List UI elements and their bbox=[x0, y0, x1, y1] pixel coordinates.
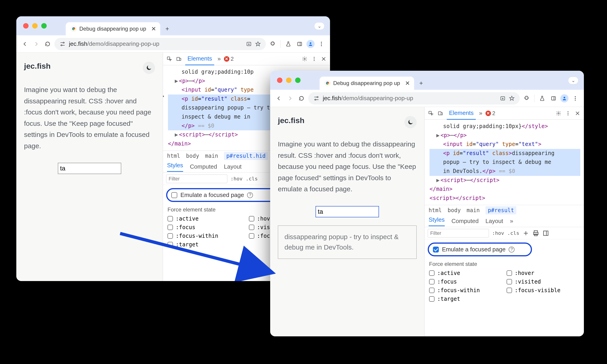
layout-tab[interactable]: Layout bbox=[224, 163, 242, 170]
crumb-body[interactable]: body bbox=[448, 207, 461, 213]
state-target[interactable]: :target bbox=[168, 241, 244, 248]
state-hover[interactable]: :hover bbox=[507, 270, 580, 276]
device-icon[interactable] bbox=[437, 110, 444, 117]
labs-icon[interactable] bbox=[538, 94, 547, 103]
menu-icon[interactable] bbox=[571, 94, 580, 103]
state-focus[interactable]: :focus bbox=[429, 279, 502, 285]
minimize-window-icon[interactable] bbox=[286, 78, 292, 83]
emulate-checkbox[interactable] bbox=[171, 192, 177, 198]
dom-tree[interactable]: solid gray;padding:10px}</style> ▶<p>⋯</… bbox=[425, 120, 584, 205]
minimize-window-icon[interactable] bbox=[32, 23, 38, 28]
reload-button[interactable] bbox=[297, 94, 306, 103]
elements-tab[interactable]: Elements bbox=[185, 53, 214, 65]
bookmark-icon[interactable] bbox=[255, 41, 261, 47]
hov-toggle[interactable]: :hov bbox=[492, 230, 504, 236]
labs-icon[interactable] bbox=[284, 39, 293, 49]
state-active[interactable]: :active bbox=[429, 270, 502, 276]
close-devtools-icon[interactable] bbox=[574, 110, 581, 117]
query-input[interactable] bbox=[315, 206, 379, 217]
new-tab-button[interactable]: + bbox=[163, 25, 171, 33]
crumb-html[interactable]: html bbox=[429, 207, 442, 213]
computed-tab[interactable]: Computed bbox=[190, 163, 217, 170]
gear-icon[interactable] bbox=[555, 110, 562, 117]
state-active[interactable]: :active bbox=[168, 216, 244, 222]
state-focus-visible[interactable]: :focus-visible bbox=[507, 287, 580, 294]
close-window-icon[interactable] bbox=[23, 23, 28, 28]
selected-dom-node[interactable]: <p id="result" class>dissappearing bbox=[429, 149, 580, 158]
close-window-icon[interactable] bbox=[277, 78, 283, 83]
tab-overflow-button[interactable]: ⌄ bbox=[314, 22, 324, 30]
error-badge[interactable]: ✕2 bbox=[224, 56, 234, 62]
close-tab-icon[interactable]: ✕ bbox=[151, 25, 156, 32]
kebab-icon[interactable] bbox=[565, 110, 571, 117]
browser-tab[interactable]: Debug disappearing pop up ✕ bbox=[66, 22, 160, 35]
breadcrumb[interactable]: html body main p#result bbox=[425, 205, 584, 215]
crumb-body[interactable]: body bbox=[186, 153, 199, 159]
inspect-icon[interactable] bbox=[428, 110, 434, 117]
styles-filter-input[interactable]: Filter bbox=[166, 175, 227, 183]
kebab-icon[interactable] bbox=[311, 56, 317, 62]
print-icon[interactable] bbox=[532, 230, 539, 237]
profile-avatar[interactable] bbox=[307, 40, 315, 48]
query-input[interactable] bbox=[58, 163, 121, 174]
elements-tab[interactable]: Elements bbox=[447, 107, 476, 120]
styles-filter-input[interactable]: Filter bbox=[428, 229, 489, 237]
install-icon[interactable] bbox=[246, 41, 252, 47]
panel-overflow-icon[interactable]: » bbox=[479, 110, 482, 117]
reload-button[interactable] bbox=[43, 39, 52, 49]
svg-rect-9 bbox=[177, 57, 180, 61]
dark-mode-toggle[interactable] bbox=[404, 116, 417, 128]
crumb-main[interactable]: main bbox=[467, 207, 480, 213]
maximize-window-icon[interactable] bbox=[41, 23, 47, 28]
help-icon[interactable]: ? bbox=[247, 192, 253, 198]
close-devtools-icon[interactable] bbox=[321, 56, 327, 62]
maximize-window-icon[interactable] bbox=[295, 78, 300, 83]
styles-tab[interactable]: Styles bbox=[167, 162, 183, 172]
gear-icon[interactable] bbox=[301, 56, 308, 62]
extensions-icon[interactable] bbox=[522, 94, 531, 103]
tab-overflow-button[interactable]: ⌄ bbox=[568, 77, 579, 84]
cls-toggle[interactable]: .cls bbox=[507, 230, 519, 236]
close-tab-icon[interactable]: ✕ bbox=[405, 80, 410, 87]
site-settings-icon[interactable] bbox=[313, 95, 320, 102]
error-badge[interactable]: ✕2 bbox=[486, 110, 495, 117]
crumb-main[interactable]: main bbox=[205, 153, 218, 159]
back-button[interactable] bbox=[274, 94, 283, 103]
state-focus-within[interactable]: :focus-within bbox=[168, 233, 244, 239]
crumb-current[interactable]: p#result.hid bbox=[224, 152, 268, 160]
panel-overflow-icon[interactable]: » bbox=[217, 55, 220, 62]
site-settings-icon[interactable] bbox=[59, 41, 66, 47]
extensions-icon[interactable] bbox=[268, 39, 277, 49]
state-focus[interactable]: :focus bbox=[168, 224, 244, 231]
menu-icon[interactable] bbox=[317, 39, 326, 49]
side-panel-icon[interactable] bbox=[549, 94, 558, 103]
side-panel-icon[interactable] bbox=[295, 39, 304, 49]
browser-tab[interactable]: Debug disappearing pop up ✕ bbox=[320, 77, 414, 90]
help-icon[interactable]: ? bbox=[509, 247, 515, 252]
inspect-icon[interactable] bbox=[166, 56, 172, 62]
crumb-html[interactable]: html bbox=[167, 153, 180, 159]
install-icon[interactable] bbox=[500, 95, 506, 101]
cls-toggle[interactable]: .cls bbox=[246, 176, 258, 182]
dark-mode-toggle[interactable] bbox=[143, 62, 155, 74]
emulate-focused-page-option[interactable]: Emulate a focused page ? bbox=[428, 243, 532, 256]
crumb-current[interactable]: p#result bbox=[486, 206, 516, 214]
address-bar[interactable]: jec.fish/demo/disappearing-pop-up bbox=[308, 92, 520, 104]
state-visited[interactable]: :visited bbox=[507, 279, 580, 285]
emulate-checkbox[interactable] bbox=[433, 247, 439, 252]
device-icon[interactable] bbox=[176, 56, 182, 62]
state-target[interactable]: :target bbox=[429, 296, 502, 302]
styles-tab[interactable]: Styles bbox=[429, 216, 445, 226]
add-rule-icon[interactable] bbox=[522, 230, 529, 237]
new-tab-button[interactable]: + bbox=[417, 79, 425, 87]
profile-avatar[interactable] bbox=[560, 94, 568, 103]
panel-overflow-icon[interactable]: » bbox=[510, 218, 513, 225]
back-button[interactable] bbox=[20, 39, 29, 49]
layout-grid-icon[interactable] bbox=[542, 230, 549, 237]
layout-tab[interactable]: Layout bbox=[486, 218, 503, 225]
computed-tab[interactable]: Computed bbox=[452, 218, 479, 225]
address-bar[interactable]: jec.fish/demo/disappearing-pop-up bbox=[54, 38, 266, 50]
bookmark-icon[interactable] bbox=[509, 95, 515, 101]
state-focus-within[interactable]: :focus-within bbox=[429, 287, 502, 294]
hov-toggle[interactable]: :hov bbox=[231, 176, 243, 182]
